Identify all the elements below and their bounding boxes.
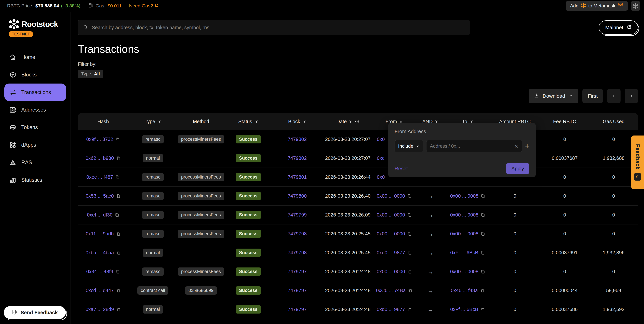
- block-link[interactable]: 7479802: [288, 156, 307, 161]
- sidebar-item-home[interactable]: Home: [4, 48, 66, 66]
- download-button[interactable]: Download: [529, 89, 578, 103]
- copy-icon[interactable]: [115, 137, 120, 142]
- clock-icon[interactable]: [355, 119, 359, 124]
- filter-funnel-icon[interactable]: [349, 120, 353, 124]
- from-address-link[interactable]: 0x00 ... 0000: [377, 231, 405, 236]
- copy-icon[interactable]: [116, 288, 120, 293]
- logo-block[interactable]: Rootstock TESTNET: [0, 18, 70, 37]
- copy-icon[interactable]: [116, 194, 120, 198]
- copy-icon[interactable]: [407, 194, 412, 198]
- filter-funnel-icon[interactable]: [302, 120, 306, 124]
- copy-icon[interactable]: [115, 175, 120, 180]
- column-header-status[interactable]: Status: [224, 119, 272, 124]
- column-header-block[interactable]: Block: [272, 119, 322, 124]
- type-chip: remasc: [142, 173, 164, 181]
- to-address-link[interactable]: 0x46 ... f48a: [451, 288, 478, 293]
- block-link[interactable]: 7479801: [288, 174, 307, 180]
- copy-icon[interactable]: [407, 307, 412, 312]
- copy-icon[interactable]: [115, 269, 120, 274]
- tx-hash-link[interactable]: 0x11 ... 9adb: [86, 231, 114, 236]
- block-link[interactable]: 7479798: [288, 231, 307, 236]
- copy-icon[interactable]: [480, 269, 485, 274]
- sidebar-item-addresses[interactable]: Addresses: [4, 101, 66, 119]
- block-link[interactable]: 7479802: [288, 136, 307, 142]
- filter-funnel-icon[interactable]: [254, 120, 258, 124]
- column-header-type[interactable]: Type: [128, 119, 177, 124]
- copy-icon[interactable]: [480, 288, 484, 293]
- to-address-link[interactable]: 0x00 ... 0008: [450, 212, 478, 218]
- copy-icon[interactable]: [407, 212, 412, 217]
- copy-icon[interactable]: [480, 212, 485, 217]
- from-address-link[interactable]: 0xC6 ... 74Ba: [376, 288, 406, 293]
- sidebar-item-statistics[interactable]: Statistics: [4, 171, 66, 189]
- sidebar-item-blocks[interactable]: Blocks: [4, 66, 66, 84]
- add-condition-icon[interactable]: +: [525, 142, 530, 150]
- tx-hash-link[interactable]: 0xa7 ... 28d9: [86, 306, 114, 312]
- to-address-link[interactable]: 0x00 ... 0008: [450, 193, 478, 199]
- filter-funnel-icon[interactable]: [157, 120, 161, 124]
- copy-icon[interactable]: [116, 232, 120, 236]
- copy-icon[interactable]: [116, 156, 121, 161]
- block-link[interactable]: 7479798: [288, 250, 307, 256]
- from-address-link[interactable]: 0x00 ... 0000: [377, 193, 405, 199]
- block-link[interactable]: 7479797: [288, 269, 307, 274]
- search-bar[interactable]: [78, 20, 470, 35]
- clear-input-icon[interactable]: ✕: [514, 143, 518, 149]
- first-page-button[interactable]: First: [582, 89, 603, 103]
- include-exclude-select[interactable]: Include: [394, 140, 423, 152]
- copy-icon[interactable]: [408, 288, 412, 293]
- sidebar-item-ras[interactable]: RAS: [4, 154, 66, 171]
- copy-icon[interactable]: [480, 194, 485, 198]
- sidebar-item-dapps[interactable]: dApps: [4, 136, 66, 154]
- from-address-link[interactable]: 0xd0 ... 9877: [377, 250, 405, 256]
- from-address-link[interactable]: 0x0: [377, 174, 385, 180]
- to-address-link[interactable]: 0xFf ... 6BcB: [450, 250, 478, 256]
- to-address-link[interactable]: 0x00 ... 0008: [450, 231, 478, 236]
- add-to-metamask-button[interactable]: Add to Metamask: [566, 1, 628, 11]
- block-link[interactable]: 7479800: [288, 193, 307, 199]
- next-page-button[interactable]: [624, 89, 638, 103]
- search-input[interactable]: [92, 25, 465, 30]
- mainnet-button[interactable]: Mainnet: [599, 20, 638, 34]
- copy-icon[interactable]: [407, 269, 412, 274]
- from-address-link[interactable]: 0x00 ... 0000: [377, 212, 405, 218]
- tx-hash-link[interactable]: 0xba ... 4baa: [86, 250, 114, 256]
- copy-icon[interactable]: [114, 212, 119, 217]
- from-address-link[interactable]: 0x0: [377, 136, 385, 142]
- apply-button[interactable]: Apply: [506, 163, 530, 174]
- feedback-side-tab[interactable]: Feedback: [631, 136, 644, 189]
- tx-hash-link[interactable]: 0xcd ... d447: [86, 288, 114, 293]
- copy-icon[interactable]: [480, 250, 485, 255]
- copy-icon[interactable]: [480, 307, 485, 312]
- sidebar-item-transactions[interactable]: Transactions: [4, 84, 66, 101]
- copy-icon[interactable]: [116, 250, 121, 255]
- from-address-link[interactable]: 0x00 ... 0000: [377, 269, 405, 274]
- block-link[interactable]: 7479797: [288, 306, 307, 312]
- copy-icon[interactable]: [407, 250, 412, 255]
- previous-page-button[interactable]: [607, 89, 620, 103]
- copy-icon[interactable]: [116, 307, 121, 312]
- date-text: 2026-03-23 20:26:09: [322, 212, 373, 218]
- reset-button[interactable]: Reset: [394, 166, 408, 172]
- tx-hash-link[interactable]: 0xef ... df30: [87, 212, 112, 218]
- type-filter-chip[interactable]: Type: All: [78, 70, 103, 78]
- need-gas-link[interactable]: Need Gas?: [129, 3, 159, 8]
- column-header-date[interactable]: Date: [322, 119, 373, 124]
- send-feedback-button[interactable]: Send Feedback: [4, 306, 66, 319]
- to-address-link[interactable]: 0x00 ... 0008: [450, 269, 478, 274]
- block-link[interactable]: 7479799: [288, 212, 307, 218]
- to-address-link[interactable]: 0xFf ... 6BcB: [450, 306, 478, 312]
- rootstock-apps-button[interactable]: [631, 1, 640, 11]
- tx-hash-link[interactable]: 0xec ... f487: [86, 174, 113, 180]
- copy-icon[interactable]: [480, 232, 485, 236]
- block-link[interactable]: 7479797: [288, 288, 307, 293]
- tx-hash-link[interactable]: 0x62 ... b930: [86, 156, 114, 161]
- tx-hash-link[interactable]: 0x9f ... 3732: [86, 136, 113, 142]
- copy-icon[interactable]: [407, 232, 412, 236]
- address-filter-input[interactable]: [430, 144, 512, 149]
- tx-hash-link[interactable]: 0x34 ... 48f4: [86, 269, 113, 274]
- from-address-link[interactable]: 0xc: [377, 156, 384, 161]
- from-address-link[interactable]: 0xd0 ... 9877: [377, 306, 405, 312]
- sidebar-item-tokens[interactable]: Tokens: [4, 119, 66, 136]
- tx-hash-link[interactable]: 0x53 ... 5ac0: [86, 193, 114, 199]
